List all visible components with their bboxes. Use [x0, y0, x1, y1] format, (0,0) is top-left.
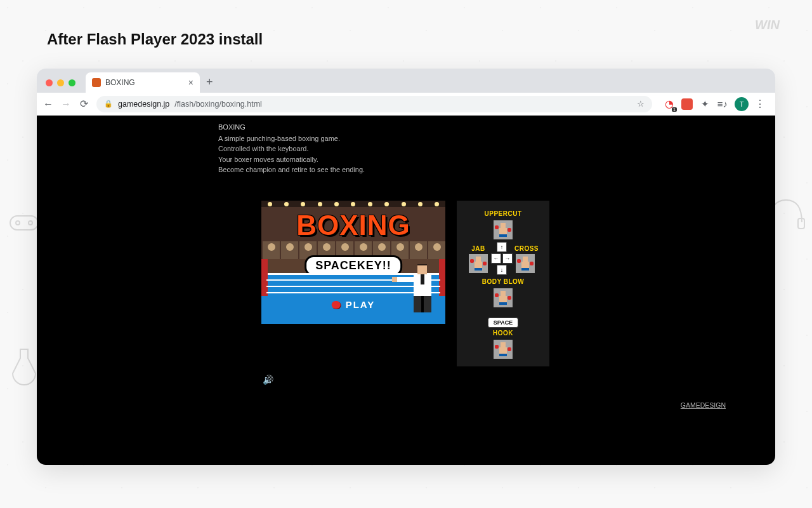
- key-space: SPACE: [488, 318, 518, 328]
- extension-icon-2[interactable]: [681, 98, 693, 110]
- url-field[interactable]: 🔒 gamedesign.jp/flash/boxing/boxing.html…: [96, 96, 652, 112]
- extension-icons: ◔1 ✦ ≡♪ T ⋮: [660, 97, 769, 111]
- controls-panel: UPPERCUT JAB ↑ ← →: [457, 201, 549, 366]
- browser-window: BOXING × + ← → ⟳ 🔒 gamedesign.jp/flash/b…: [37, 69, 775, 465]
- page-heading: After Flash Player 2023 install: [47, 30, 263, 48]
- game-title: BOXING: [218, 122, 365, 133]
- desc-line: A simple punching-based boxing game.: [218, 133, 365, 144]
- url-path: /flash/boxing/boxing.html: [174, 100, 262, 109]
- browser-tab[interactable]: BOXING ×: [86, 72, 200, 93]
- reload-button[interactable]: ⟳: [79, 98, 89, 110]
- key-left: ←: [491, 253, 501, 264]
- svg-text:WIN: WIN: [755, 18, 780, 32]
- url-host: gamedesign.jp: [118, 100, 169, 109]
- svg-point-2: [29, 221, 32, 225]
- bookmark-star-icon[interactable]: ☆: [637, 99, 645, 109]
- flash-game-canvas[interactable]: BOXING SPACEKEY!! PLAY: [261, 201, 445, 324]
- key-right: →: [502, 253, 513, 264]
- referee-sprite: [402, 265, 438, 315]
- new-tab-button[interactable]: +: [200, 76, 219, 93]
- page-viewport: BOXING A simple punching-based boxing ga…: [37, 116, 775, 465]
- desc-line: Controlled with the keyboard.: [218, 144, 365, 154]
- back-button[interactable]: ←: [43, 98, 53, 110]
- label-uppercut: UPPERCUT: [484, 210, 521, 217]
- desc-line: Your boxer moves automatically.: [218, 154, 365, 165]
- key-down: ↓: [497, 265, 507, 275]
- label-bodyblow: BODY BLOW: [482, 278, 525, 285]
- game-logo: BOXING: [261, 210, 445, 241]
- tab-title: BOXING: [105, 78, 135, 87]
- page-content: BOXING A simple punching-based boxing ga…: [37, 116, 775, 465]
- window-controls: [43, 79, 82, 93]
- label-cross: CROSS: [514, 245, 539, 252]
- doodle-win-icon: WIN: [755, 13, 793, 38]
- close-window-button[interactable]: [46, 79, 53, 86]
- desc-line: Become champion and retire to see the en…: [218, 164, 365, 175]
- lock-icon: 🔒: [104, 100, 113, 108]
- sprite-cross: [516, 254, 535, 273]
- svg-rect-0: [10, 216, 38, 230]
- sprite-hook: [494, 340, 513, 359]
- minimize-window-button[interactable]: [57, 79, 64, 86]
- address-bar: ← → ⟳ 🔒 gamedesign.jp/flash/boxing/boxin…: [37, 93, 775, 116]
- play-button[interactable]: PLAY: [332, 299, 376, 310]
- extensions-puzzle-icon[interactable]: ✦: [699, 98, 710, 110]
- kebab-menu-icon[interactable]: ⋮: [755, 98, 765, 110]
- sprite-uppercut: [494, 220, 513, 239]
- forward-button[interactable]: →: [61, 98, 71, 110]
- arrow-keys: ↑ ← → ↓: [491, 242, 513, 275]
- gamedesign-link[interactable]: GAMEDESIGN: [681, 401, 726, 409]
- game-description: BOXING A simple punching-based boxing ga…: [218, 122, 365, 175]
- extension-icon-1[interactable]: ◔1: [664, 98, 675, 110]
- key-up: ↑: [497, 242, 507, 252]
- close-tab-button[interactable]: ×: [188, 77, 193, 88]
- tab-strip: BOXING × +: [37, 69, 775, 93]
- label-hook: HOOK: [493, 330, 513, 337]
- label-jab: JAB: [468, 245, 489, 252]
- glove-icon: [332, 301, 341, 309]
- svg-point-1: [16, 221, 20, 225]
- tab-favicon: [92, 78, 101, 87]
- sprite-jab: [469, 254, 488, 273]
- reading-list-icon[interactable]: ≡♪: [717, 98, 728, 110]
- sprite-bodyblow: [494, 288, 513, 307]
- sound-toggle-icon[interactable]: 🔊: [263, 375, 273, 385]
- profile-avatar[interactable]: T: [735, 97, 749, 111]
- maximize-window-button[interactable]: [69, 79, 75, 86]
